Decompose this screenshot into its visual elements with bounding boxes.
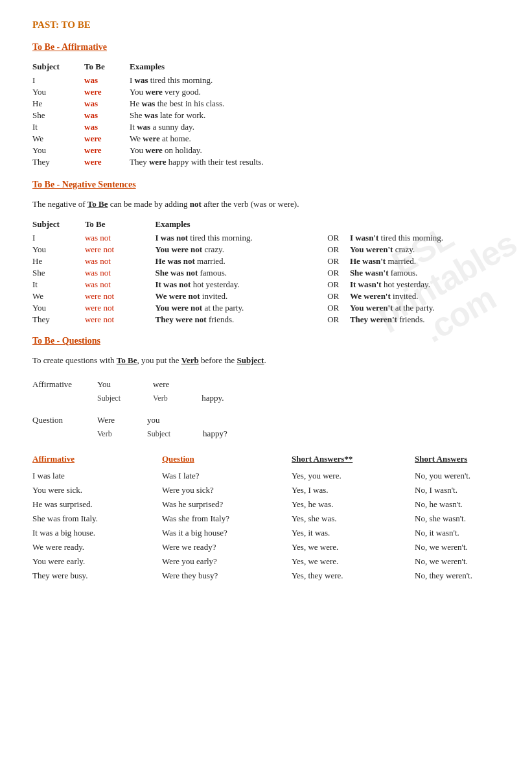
aff-tobe: was [84, 98, 123, 110]
short-no-0: No, you weren't. [415, 469, 470, 483]
aff-tobe: was [84, 110, 123, 121]
affirmative-section-title: To Be - Affirmative [32, 42, 500, 53]
aff-example: She was late for work. [130, 110, 500, 121]
short-answer-row-5: Yes, we were.No, we weren't. [292, 540, 500, 554]
aff-word1: You [97, 377, 111, 392]
neg-subject: We [32, 290, 85, 302]
negative-row-0: Iwas notI was not tired this morning.ORI… [32, 232, 500, 244]
negative-row-3: Shewas notShe was not famous.ORShe wasn'… [32, 267, 500, 279]
aff-tobe: was [84, 75, 123, 86]
aff-sub1: Subject [97, 392, 121, 406]
aff-col-subject: Subject [32, 60, 84, 75]
negative-row-2: Hewas notHe was not married.ORHe wasn't … [32, 255, 500, 267]
neg-example: It was not hot yesterday. [155, 279, 327, 290]
affirm-item-4: It was a big house. [32, 526, 162, 540]
negative-table: Subject To Be Examples Iwas notI was not… [32, 218, 500, 326]
affirm-item-3: She was from Italy. [32, 512, 162, 526]
neg-subject: It [32, 279, 85, 290]
affirm-header: Affirmative [32, 452, 162, 466]
neg-col-or [327, 218, 350, 232]
neg-example: You were not crazy. [155, 244, 327, 255]
affirmative-row-1: YouwereYou were very good. [32, 86, 500, 98]
neg-example: They were not friends. [155, 314, 327, 326]
aff-example: You were very good. [130, 86, 500, 98]
affirmative-row-6: YouwereYou were on holiday. [32, 145, 500, 156]
neg-subject: You [32, 244, 85, 255]
short-yes-0: Yes, you were. [292, 469, 395, 483]
short-yes-6: Yes, we were. [292, 554, 395, 569]
neg-or-example: She wasn't famous. [350, 267, 500, 279]
aff-subject: She [32, 110, 84, 121]
neg-tobe: were not [85, 314, 145, 326]
affirmative-row-3: ShewasShe was late for work. [32, 110, 500, 121]
affirm-item-6: You were early. [32, 554, 162, 569]
affirmative-row-0: IwasI was tired this morning. [32, 75, 500, 86]
questions-section-title: To Be - Questions [32, 336, 500, 346]
question-row: Question Were Verb you Subject happy? [32, 412, 500, 442]
bottom-tables: Affirmative I was lateYou were sick.He w… [32, 452, 500, 584]
question-col: Question Was I late?Were you sick?Was he… [162, 452, 292, 584]
affirm-item-5: We were ready. [32, 540, 162, 554]
neg-example: I was not tired this morning. [155, 232, 327, 244]
q-word1: Were [97, 412, 115, 427]
page-title: PAST: TO BE [32, 19, 500, 30]
aff-example: We were at home. [130, 133, 500, 145]
affirm-item-1: You were sick. [32, 483, 162, 497]
aff-subject: They [32, 156, 84, 168]
neg-col-tobe: To Be [85, 218, 145, 232]
question-item-7: Were they busy? [162, 569, 292, 583]
neg-or: OR [327, 279, 350, 290]
neg-tobe: was not [85, 255, 145, 267]
aff-example: You were on holiday. [130, 145, 500, 156]
short-no-1: No, I wasn't. [415, 483, 457, 497]
q-word3: happy? [203, 429, 227, 438]
short-answer-row-1: Yes, I was.No, I wasn't. [292, 483, 500, 497]
aff-subject: I [32, 75, 84, 86]
aff-word3: happy. [202, 393, 224, 403]
neg-tobe: were not [85, 244, 145, 255]
negative-row-6: Youwere notYou were not at the party.ORY… [32, 302, 500, 314]
aff-col-examples: Examples [130, 60, 500, 75]
aff-tobe: was [84, 121, 123, 133]
short-yes-7: Yes, they were. [292, 569, 395, 583]
neg-or: OR [327, 255, 350, 267]
neg-example: You were not at the party. [155, 302, 327, 314]
affirm-col: Affirmative I was lateYou were sick.He w… [32, 452, 162, 584]
short-answer-row-2: Yes, he was.No, he wasn't. [292, 497, 500, 512]
short-no-4: No, it wasn't. [415, 526, 459, 540]
neg-tobe: was not [85, 279, 145, 290]
affirm-item-2: He was surprised. [32, 497, 162, 512]
aff-subject: We [32, 133, 84, 145]
short-ans2-header: Short Answers [415, 452, 467, 466]
aff-example: It was a sunny day. [130, 121, 500, 133]
aff-tobe: were [84, 156, 123, 168]
aff-tobe: were [84, 133, 123, 145]
short-yes-5: Yes, we were. [292, 540, 395, 554]
question-item-3: Was she from Italy? [162, 512, 292, 526]
neg-subject: He [32, 255, 85, 267]
affirmative-row: Affirmative You Subject were Verb happy. [32, 377, 500, 406]
neg-example: He was not married. [155, 255, 327, 267]
neg-or-example: You weren't at the party. [350, 302, 500, 314]
negative-row-5: Wewere notWe were not invited.ORWe weren… [32, 290, 500, 302]
short-yes-4: Yes, it was. [292, 526, 395, 540]
question-item-5: Were we ready? [162, 540, 292, 554]
neg-or: OR [327, 314, 350, 326]
short-no-6: No, we weren't. [415, 554, 468, 569]
affirmative-row-7: TheywereThey were happy with their test … [32, 156, 500, 168]
short-no-2: No, he wasn't. [415, 497, 463, 512]
neg-example: She was not famous. [155, 267, 327, 279]
question-item-2: Was he surprised? [162, 497, 292, 512]
aff-word2: were [153, 377, 169, 392]
neg-subject: She [32, 267, 85, 279]
aff-example: He was the best in his class. [130, 98, 500, 110]
questions-intro: To create questions with To Be, you put … [32, 354, 500, 368]
question-header: Question [162, 452, 292, 466]
neg-or: OR [327, 232, 350, 244]
neg-tobe: was not [85, 232, 145, 244]
aff-col-spacer [123, 60, 130, 75]
negative-row-1: Youwere notYou were not crazy.ORYou were… [32, 244, 500, 255]
question-item-1: Were you sick? [162, 483, 292, 497]
short-no-3: No, she wasn't. [415, 512, 466, 526]
questions-layout: Affirmative You Subject were Verb happy.… [32, 377, 500, 442]
